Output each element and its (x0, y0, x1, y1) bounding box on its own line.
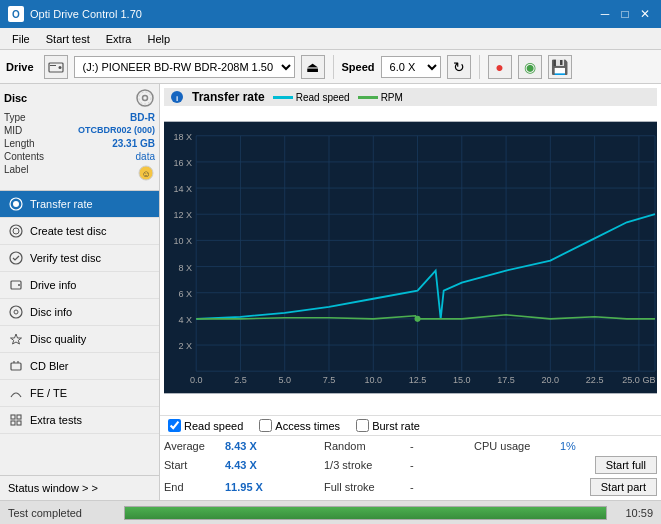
menu-start-test[interactable]: Start test (38, 31, 98, 47)
svg-text:16 X: 16 X (174, 158, 193, 168)
stats-row-3: End 11.95 X Full stroke - Start part (164, 476, 657, 498)
random-cell: Random - (324, 440, 474, 452)
nav-verify-test-disc-label: Verify test disc (30, 252, 101, 264)
read-speed-checkbox-label[interactable]: Read speed (168, 419, 243, 432)
end-key: End (164, 481, 219, 493)
nav-disc-quality-label: Disc quality (30, 333, 86, 345)
speed-select[interactable]: 6.0 X (381, 56, 441, 78)
save-button[interactable]: 💾 (548, 55, 572, 79)
access-times-cb-label: Access times (275, 420, 340, 432)
toolbar-separator (333, 55, 334, 79)
nav-item-disc-info[interactable]: Disc info (0, 299, 159, 326)
svg-text:0.0: 0.0 (190, 375, 203, 385)
burst-rate-checkbox[interactable] (356, 419, 369, 432)
refresh-button[interactable]: ↻ (447, 55, 471, 79)
title-bar-controls: ─ □ ✕ (597, 6, 653, 22)
drive-icon-button[interactable] (44, 55, 68, 79)
transfer-rate-icon (8, 196, 24, 212)
svg-point-1 (58, 66, 61, 69)
burst-rate-checkbox-label[interactable]: Burst rate (356, 419, 420, 432)
svg-rect-17 (11, 363, 21, 370)
access-times-checkbox-label[interactable]: Access times (259, 419, 340, 432)
svg-text:22.5: 22.5 (586, 375, 604, 385)
svg-rect-18 (11, 415, 15, 419)
chart-svg: 18 X 16 X 14 X 12 X 10 X 8 X 6 X 4 X 2 X (164, 108, 657, 407)
svg-text:15.0: 15.0 (453, 375, 471, 385)
speed-label: Speed (342, 61, 375, 73)
menu-extra[interactable]: Extra (98, 31, 140, 47)
start-full-button[interactable]: Start full (595, 456, 657, 474)
disc-length-row: Length 23.31 GB (4, 138, 155, 149)
disc-mid-row: MID OTCBDR002 (000) (4, 125, 155, 136)
chart-title: Transfer rate (192, 90, 265, 104)
full-stroke-cell: Full stroke - (324, 481, 474, 493)
start-val: 4.43 X (225, 459, 275, 471)
start-part-button[interactable]: Start part (590, 478, 657, 496)
access-times-checkbox[interactable] (259, 419, 272, 432)
disc-header-label: Disc (4, 92, 27, 104)
nav-item-disc-quality[interactable]: Disc quality (0, 326, 159, 353)
nav-item-create-test-disc[interactable]: Create test disc (0, 218, 159, 245)
green-disc-button[interactable]: ◉ (518, 55, 542, 79)
drive-select[interactable]: (J:) PIONEER BD-RW BDR-208M 1.50 (74, 56, 295, 78)
svg-point-5 (139, 92, 151, 104)
svg-text:14 X: 14 X (174, 184, 193, 194)
disc-length-key: Length (4, 138, 35, 149)
disc-icon[interactable] (135, 88, 155, 108)
maximize-button[interactable]: □ (617, 6, 633, 22)
legend-read-speed: Read speed (273, 92, 350, 103)
disc-label-key: Label (4, 164, 28, 184)
red-disc-button[interactable]: ● (488, 55, 512, 79)
title-bar-text: Opti Drive Control 1.70 (30, 8, 142, 20)
average-cell: Average 8.43 X (164, 440, 324, 452)
minimize-button[interactable]: ─ (597, 6, 613, 22)
random-val: - (410, 440, 440, 452)
main-area: Disc Type BD-R MID OTCBDR002 (000) Lengt… (0, 84, 661, 500)
progress-bar-fill (125, 507, 606, 519)
nav-item-extra-tests[interactable]: Extra tests (0, 407, 159, 434)
stats-row-1: Average 8.43 X Random - CPU usage 1% (164, 438, 657, 454)
toolbar: Drive (J:) PIONEER BD-RW BDR-208M 1.50 ⏏… (0, 50, 661, 84)
svg-text:8 X: 8 X (179, 263, 193, 273)
toolbar-separator-2 (479, 55, 480, 79)
read-speed-checkbox[interactable] (168, 419, 181, 432)
chart-title-bar: i Transfer rate Read speed RPM (164, 88, 657, 106)
menu-help[interactable]: Help (139, 31, 178, 47)
legend-read-speed-label: Read speed (296, 92, 350, 103)
svg-text:☺: ☺ (141, 169, 150, 179)
status-window-button[interactable]: Status window > > (0, 475, 159, 500)
svg-point-3 (137, 90, 153, 106)
svg-point-12 (10, 252, 22, 264)
disc-type-val: BD-R (130, 112, 155, 123)
cpu-val: 1% (560, 440, 590, 452)
full-stroke-val: - (410, 481, 440, 493)
svg-point-11 (13, 228, 19, 234)
nav-item-fe-te[interactable]: FE / TE (0, 380, 159, 407)
svg-rect-21 (17, 421, 21, 425)
svg-text:6 X: 6 X (179, 289, 193, 299)
disc-quality-icon (8, 331, 24, 347)
status-text: Test completed (0, 507, 120, 519)
read-speed-cb-label: Read speed (184, 420, 243, 432)
left-panel: Disc Type BD-R MID OTCBDR002 (000) Lengt… (0, 84, 160, 500)
svg-point-9 (13, 201, 19, 207)
progress-bar-outer (124, 506, 607, 520)
eject-button[interactable]: ⏏ (301, 55, 325, 79)
nav-item-cd-bler[interactable]: CD Bler (0, 353, 159, 380)
menu-file[interactable]: File (4, 31, 38, 47)
legend-rpm-label: RPM (381, 92, 403, 103)
legend-rpm: RPM (358, 92, 403, 103)
svg-point-14 (18, 284, 20, 286)
checkbox-row: Read speed Access times Burst rate (160, 415, 661, 435)
nav-item-drive-info[interactable]: Drive info (0, 272, 159, 299)
nav-item-transfer-rate[interactable]: Transfer rate (0, 191, 159, 218)
svg-text:2.5: 2.5 (234, 375, 247, 385)
nav-disc-info-label: Disc info (30, 306, 72, 318)
chart-legend: Read speed RPM (273, 92, 403, 103)
nav-create-test-disc-label: Create test disc (30, 225, 106, 237)
close-button[interactable]: ✕ (637, 6, 653, 22)
svg-rect-19 (17, 415, 21, 419)
nav-item-verify-test-disc[interactable]: Verify test disc (0, 245, 159, 272)
disc-mid-key: MID (4, 125, 22, 136)
menu-bar: File Start test Extra Help (0, 28, 661, 50)
